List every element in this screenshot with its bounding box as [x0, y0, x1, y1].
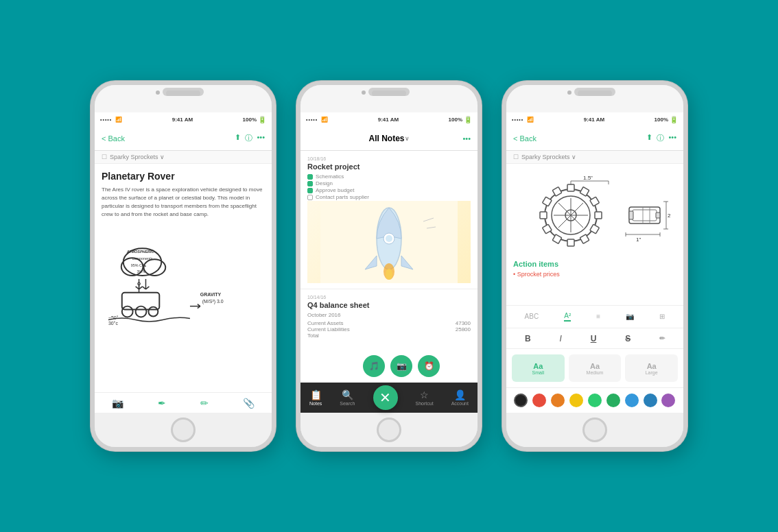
note-body: The Ares IV rover is a space exploration…: [102, 186, 265, 219]
bold-button[interactable]: B: [525, 334, 531, 343]
camera-overlay-icon[interactable]: 📷: [390, 355, 412, 377]
pen-toolbar-icon[interactable]: ✒: [158, 398, 166, 409]
camera-toolbar-icon[interactable]: 📷: [112, 398, 123, 409]
svg-text:2": 2": [668, 213, 670, 219]
color-green-light[interactable]: [588, 394, 602, 407]
phone-3: ••••• 📶 9:41 AM 100% 🔋 < Back ⬆ ⓘ ••• ☐ …: [502, 81, 687, 451]
note-card-2[interactable]: 10/14/16 Q4 balance sheet October 2016 C…: [300, 289, 478, 344]
audio-overlay-icon[interactable]: 🎵: [363, 355, 385, 377]
svg-rect-57: [629, 211, 633, 219]
account-tab-icon: 👤: [454, 389, 466, 400]
pen-button[interactable]: ✏: [659, 335, 665, 342]
underline-button[interactable]: U: [591, 334, 597, 343]
note-title-2: Q4 balance sheet: [307, 301, 471, 309]
balance-row-3: Total: [307, 332, 471, 339]
format-screen: 1.5" 2" 1" Action items Sprocket prices …: [506, 164, 683, 413]
checklist-text-3: Approve budget: [316, 187, 355, 193]
status-time-2: 9:41 AM: [378, 117, 399, 123]
italic-button[interactable]: I: [559, 334, 561, 343]
notebook-name: Sparky Sprockets ∨: [110, 154, 165, 160]
rocket-illustration: [307, 201, 471, 283]
phone-3-status: ••••• 📶 9:41 AM 100% 🔋: [506, 112, 683, 126]
attach-toolbar-icon[interactable]: 📎: [243, 398, 255, 409]
tab-notes[interactable]: 📋 Notes: [309, 389, 322, 406]
phone-2-status: ••••• 📶 9:41 AM 100% 🔋: [300, 112, 478, 126]
battery-area: 100% 🔋: [243, 116, 266, 123]
share-icon[interactable]: ⬆: [235, 133, 241, 143]
format-tab-list[interactable]: ≡: [596, 313, 600, 322]
notes-tab-icon: 📋: [310, 389, 322, 400]
phone-2: ••••• 📶 9:41 AM 100% 🔋 All Notes ∨ ••• 1…: [296, 81, 482, 451]
battery-area-2: 100% 🔋: [449, 116, 472, 123]
svg-rect-40: [595, 212, 602, 219]
sprocket-diagram: 1.5" 2" 1": [513, 171, 676, 260]
color-yellow[interactable]: [569, 394, 583, 407]
color-blue-light[interactable]: [625, 394, 639, 407]
phone-3-top: [506, 85, 683, 112]
note-card-1[interactable]: 10/18/16 Rocket project Schematics Desig…: [300, 151, 478, 289]
svg-point-16: [148, 307, 158, 317]
svg-text:(M/S²) 3.0: (M/S²) 3.0: [202, 299, 224, 304]
svg-point-14: [122, 306, 133, 317]
notes-list-more[interactable]: •••: [462, 134, 471, 143]
action-items-title: Action items: [513, 260, 676, 268]
size-small[interactable]: Aa Small: [512, 354, 565, 382]
phone-2-camera: [362, 90, 366, 95]
size-large[interactable]: Aa Large: [625, 354, 678, 382]
battery-icon: 🔋: [258, 116, 266, 123]
size-medium[interactable]: Aa Medium: [569, 354, 622, 382]
note-detail-screen: Planetary Rover The Ares IV rover is a s…: [95, 164, 272, 392]
format-content: 1.5" 2" 1" Action items Sprocket prices: [506, 164, 683, 305]
size-medium-aa: Aa: [590, 362, 600, 370]
tab-shortcut[interactable]: ☆ Shortcut: [416, 389, 434, 406]
home-button-3[interactable]: [582, 418, 607, 442]
checklist-item-2: Design: [307, 180, 471, 186]
strikethrough-button[interactable]: S: [625, 334, 630, 343]
info-icon-3[interactable]: ⓘ: [657, 133, 664, 143]
notebook-icon: ☐: [102, 154, 107, 160]
svg-point-29: [386, 235, 392, 242]
size-large-aa: Aa: [647, 362, 657, 370]
color-red[interactable]: [532, 394, 546, 407]
rocket-svg: [320, 201, 458, 283]
color-purple[interactable]: [661, 394, 675, 407]
format-tab-a2[interactable]: A²: [564, 312, 571, 322]
battery-text-2: 100%: [449, 117, 462, 123]
tab-account[interactable]: 👤 Account: [451, 389, 469, 406]
fab-button[interactable]: ✕: [373, 385, 398, 410]
tab-search[interactable]: 🔍 Search: [340, 389, 355, 406]
format-tab-abc[interactable]: ABC: [525, 313, 539, 322]
battery-area-3: 100% 🔋: [655, 116, 678, 123]
home-button-1[interactable]: [171, 418, 196, 442]
phone-1-status: ••••• 📶 9:41 AM 100% 🔋: [95, 112, 272, 126]
color-green-dark[interactable]: [606, 394, 620, 407]
notebook-tag[interactable]: ☐ Sparky Sprockets ∨: [95, 151, 272, 164]
svg-rect-46: [540, 212, 547, 219]
notes-list-dropdown[interactable]: ∨: [405, 135, 410, 142]
color-orange[interactable]: [551, 394, 565, 407]
checklist-text-2: Design: [316, 180, 333, 186]
more-icon[interactable]: •••: [257, 133, 265, 143]
svg-text:1": 1": [636, 237, 641, 243]
svg-text:30°c: 30°c: [108, 321, 118, 326]
pencil-toolbar-icon[interactable]: ✏: [200, 398, 209, 409]
notebook-tag-3[interactable]: ☐ Sparky Sprockets ∨: [506, 151, 683, 164]
format-tab-camera[interactable]: 📷: [626, 313, 634, 322]
overlay-icon-group: 🎵 📷 ⏰: [363, 355, 440, 377]
more-icon-3[interactable]: •••: [668, 133, 676, 143]
nav-action-icons: ⬆ ⓘ •••: [235, 133, 265, 143]
back-button-3[interactable]: < Back: [513, 134, 537, 143]
status-time-3: 9:41 AM: [584, 117, 604, 123]
share-icon-3[interactable]: ⬆: [646, 133, 652, 143]
note-toolbar: 📷 ✒ ✏ 📎: [95, 392, 272, 413]
format-tab-add[interactable]: ⊞: [659, 313, 665, 322]
home-button-2[interactable]: [377, 418, 401, 442]
note-title: Planetary Rover: [102, 171, 265, 182]
notebook-icon-3: ☐: [513, 154, 519, 160]
color-blue-dark[interactable]: [644, 394, 657, 407]
signal-dots-2: •••••: [306, 117, 318, 122]
color-black[interactable]: [514, 394, 528, 407]
timer-overlay-icon[interactable]: ⏰: [418, 355, 440, 377]
back-button[interactable]: < Back: [102, 134, 125, 143]
info-icon[interactable]: ⓘ: [245, 133, 252, 143]
